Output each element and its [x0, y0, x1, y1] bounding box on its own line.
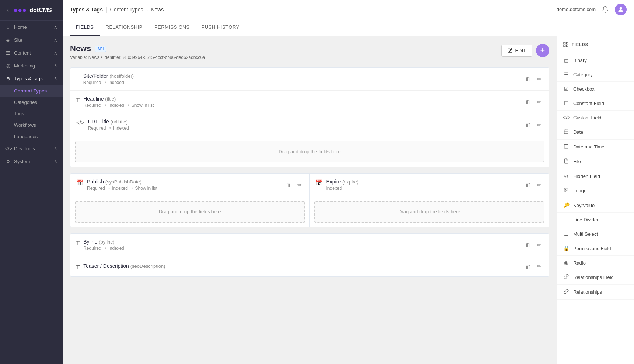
- notification-bell[interactable]: [600, 4, 610, 15]
- drop-zone-left[interactable]: Drag and drop the fields here: [75, 201, 305, 223]
- expire-edit-button[interactable]: ✏: [535, 180, 543, 190]
- back-button[interactable]: ‹: [5, 6, 10, 14]
- field-type-custom-field[interactable]: </> Custom Field: [557, 111, 634, 125]
- field-type-relationships-field[interactable]: Relationships Field: [557, 270, 634, 285]
- edit-button[interactable]: EDIT: [501, 45, 532, 57]
- sidebar-item-content[interactable]: ☰ Content ∧: [0, 46, 63, 59]
- byline-edit-button[interactable]: ✏: [535, 240, 543, 250]
- hidden-field-label: Hidden Field: [573, 174, 600, 179]
- relationships-field-label: Relationships Field: [573, 274, 614, 280]
- types-tags-icon: ⊕: [5, 76, 11, 81]
- url-title-actions: 🗑 ✏: [524, 120, 543, 130]
- svg-rect-5: [564, 130, 568, 134]
- field-type-date-and-time[interactable]: Date and Time: [557, 140, 634, 154]
- sidebar-item-languages[interactable]: Languages: [0, 131, 63, 142]
- field-type-line-divider[interactable]: ··· Line Divider: [557, 213, 634, 227]
- field-type-image[interactable]: Image: [557, 183, 634, 198]
- sidebar-item-home-label: Home: [14, 24, 27, 30]
- teaser-actions: 🗑 ✏: [524, 262, 543, 271]
- field-row-headline: T Headline (title) RequiredIndexedShow i…: [70, 91, 549, 113]
- field-row-teaser: T Teaser / Description (seoDescription) …: [70, 256, 549, 276]
- teaser-delete-button[interactable]: 🗑: [524, 262, 532, 271]
- svg-point-14: [565, 189, 566, 190]
- publish-meta: RequiredIndexedShow in list: [87, 186, 162, 191]
- multi-select-label: Multi Select: [573, 231, 598, 237]
- field-type-multi-select[interactable]: ☰ Multi Select: [557, 227, 634, 241]
- drop-zone-label: Drag and drop the fields here: [279, 149, 340, 154]
- sidebar-item-types-tags-label: Types & Tags: [14, 76, 43, 81]
- expire-delete-button[interactable]: 🗑: [524, 180, 532, 189]
- user-avatar[interactable]: [615, 4, 627, 15]
- workflows-label: Workflows: [14, 122, 36, 128]
- site-icon: ◈: [5, 37, 11, 43]
- field-type-file[interactable]: File: [557, 154, 634, 169]
- content-area: News API Variable: News • Identifier: 28…: [63, 36, 634, 364]
- tab-relationship[interactable]: RELATIONSHIP: [100, 19, 148, 36]
- field-type-radio[interactable]: ◉ Radio: [557, 256, 634, 270]
- field-type-category[interactable]: ☰ Category: [557, 67, 634, 82]
- api-badge: API: [95, 46, 106, 52]
- teaser-var: (seoDescription): [130, 263, 165, 269]
- url-title-edit-button[interactable]: ✏: [535, 120, 543, 130]
- url-title-delete-button[interactable]: 🗑: [524, 120, 532, 129]
- headline-icon: T: [76, 97, 80, 103]
- sidebar-item-types-tags[interactable]: ⊕ Types & Tags ∧: [0, 72, 63, 85]
- site-folder-icon: ≡: [76, 74, 80, 80]
- field-type-constant-field[interactable]: ☐ Constant Field: [557, 96, 634, 111]
- drop-zone-right[interactable]: Drag and drop the fields here: [314, 201, 545, 223]
- publish-delete-button[interactable]: 🗑: [284, 180, 293, 189]
- line-divider-icon: ···: [563, 217, 570, 223]
- sidebar-item-workflows[interactable]: Workflows: [0, 119, 63, 131]
- byline-meta: RequiredIndexed: [83, 246, 129, 251]
- sidebar-item-marketing[interactable]: ◎ Marketing ∧: [0, 59, 63, 72]
- tab-push-history[interactable]: PUSH HISTORY: [196, 19, 245, 36]
- expire-icon: 📅: [316, 179, 323, 186]
- site-folder-edit-button[interactable]: ✏: [535, 74, 543, 84]
- field-type-checkbox[interactable]: ☑ Checkbox: [557, 82, 634, 96]
- field-type-relationships[interactable]: Relationships: [557, 285, 634, 300]
- teaser-edit-button[interactable]: ✏: [535, 262, 543, 271]
- sidebar-item-content-types[interactable]: Content Types: [0, 85, 63, 97]
- sidebar-item-tags[interactable]: Tags: [0, 108, 63, 119]
- multi-select-icon: ☰: [563, 231, 570, 237]
- breadcrumb-sep: |: [106, 7, 107, 13]
- field-type-date[interactable]: Date: [557, 125, 634, 140]
- field-row-expire: 📅 Expire (expire) Indexed: [310, 174, 549, 196]
- sidebar-item-dev-tools[interactable]: </> Dev Tools ∧: [0, 142, 63, 155]
- headline-delete-button[interactable]: 🗑: [524, 97, 532, 106]
- sidebar-item-dev-tools-label: Dev Tools: [14, 146, 35, 151]
- expand-icon: ∧: [54, 76, 57, 81]
- drop-zone-main[interactable]: Drag and drop the fields here: [75, 141, 544, 162]
- content-icon: ☰: [5, 50, 11, 56]
- two-col-layout: 📅 Publish (sysPublishDate) RequiredIndex…: [70, 174, 549, 227]
- sidebar-item-system[interactable]: ⚙ System ∧: [0, 155, 63, 168]
- site-folder-actions: 🗑 ✏: [524, 74, 543, 84]
- binary-label: Binary: [573, 57, 587, 63]
- sidebar-item-marketing-label: Marketing: [14, 63, 35, 69]
- categories-label: Categories: [14, 99, 37, 105]
- site-folder-delete-button[interactable]: 🗑: [524, 74, 532, 84]
- field-type-key-value[interactable]: 🔑 Key/Value: [557, 198, 634, 213]
- headline-edit-button[interactable]: ✏: [535, 97, 543, 107]
- page-title-text: News: [70, 44, 91, 53]
- publish-edit-button[interactable]: ✏: [296, 180, 304, 190]
- two-col-section: 📅 Publish (sysPublishDate) RequiredIndex…: [70, 173, 549, 227]
- edit-label: EDIT: [515, 48, 526, 53]
- byline-delete-button[interactable]: 🗑: [524, 240, 532, 249]
- tab-fields[interactable]: FIELDS: [70, 19, 100, 36]
- field-type-permissions-field[interactable]: 🔒 Permissions Field: [557, 241, 634, 256]
- add-field-button[interactable]: +: [536, 44, 549, 57]
- breadcrumb-content-types[interactable]: Content Types: [110, 7, 143, 13]
- date-and-time-label: Date and Time: [573, 144, 605, 150]
- field-type-hidden-field[interactable]: ⊘ Hidden Field: [557, 169, 634, 183]
- teaser-name: Teaser / Description: [83, 263, 129, 269]
- category-icon: ☰: [563, 71, 570, 77]
- content-types-label: Content Types: [14, 88, 47, 94]
- field-type-binary[interactable]: ▤ Binary: [557, 53, 634, 67]
- sidebar-item-categories[interactable]: Categories: [0, 97, 63, 108]
- site-folder-meta: RequiredIndexed: [83, 80, 134, 85]
- sidebar-item-site[interactable]: ◈ Site ∧: [0, 34, 63, 46]
- permissions-field-label: Permissions Field: [573, 246, 611, 251]
- sidebar-item-home[interactable]: ⌂ Home ∧: [0, 21, 63, 34]
- tab-permissions[interactable]: PERMISSIONS: [148, 19, 196, 36]
